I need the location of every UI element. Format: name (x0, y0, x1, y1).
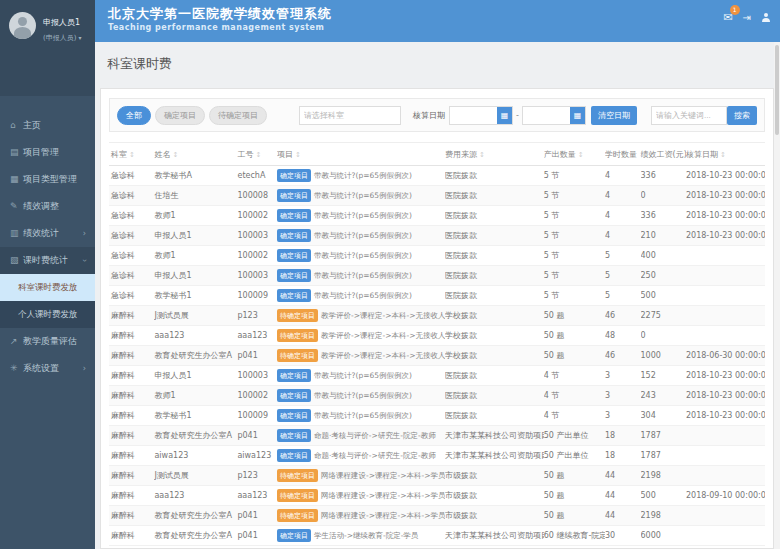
date-end-input[interactable]: ▦ (522, 106, 586, 125)
cell-source: 学校拨款 (445, 330, 544, 341)
cell-name: aaa123 (154, 491, 237, 500)
cell-source: 医院拨款 (445, 190, 544, 201)
sidebar-item-performance-adjust[interactable]: ✎绩效调整 (0, 193, 95, 220)
column-header[interactable]: 绩效工资(元)↕ (641, 149, 686, 160)
chevron-down-icon: › (71, 259, 98, 262)
scrollbar-thumb[interactable] (775, 45, 779, 135)
cell-project: 待确定项目教学评价->课程定->本科->无接收人 (277, 349, 445, 362)
filter-all-button[interactable]: 全部 (117, 106, 151, 125)
main-content: 科室课时费 全部 确定项目 待确定项目 核算日期 ▦ - ▦ 清空日期 搜索 科… (95, 42, 780, 549)
scrollbar[interactable] (774, 42, 780, 549)
logout-icon[interactable]: ⇥ (743, 12, 751, 23)
cell-id: p041 (237, 511, 277, 520)
cell-source: 医院拨款 (445, 290, 544, 301)
column-header[interactable]: 产出数量↕ (544, 149, 605, 160)
edit-icon: ✎ (10, 193, 23, 220)
cell-salary: 500 (641, 491, 686, 500)
file-icon: ▤ (10, 139, 23, 166)
app-title: 北京大学第一医院教学绩效管理系统 (95, 0, 780, 23)
cell-source: 医院拨款 (445, 170, 544, 181)
column-header[interactable]: 工号↕ (237, 149, 277, 160)
message-icon[interactable]: ✉1 (723, 11, 732, 24)
cell-output: 50 题 (544, 330, 605, 341)
calendar-icon[interactable]: ▦ (497, 107, 512, 124)
table-row: 急诊科申报人员1100003确定项目带教与统计?(p=65例假例次)医院拨款5 … (109, 226, 765, 246)
sidebar-item-system-settings[interactable]: ✳系统设置› (0, 355, 95, 382)
sidebar-item-label: 绩效统计 (23, 228, 59, 238)
keyword-input[interactable] (651, 106, 727, 125)
sidebar-item-home[interactable]: ⌂主页 (0, 112, 95, 139)
project-label: 带教与统计?(p=65例假例次) (314, 231, 412, 240)
status-badge: 确定项目 (277, 249, 311, 262)
date-range-label: 核算日期 (413, 110, 445, 121)
cell-source: 医院拨款 (445, 390, 544, 401)
cell-dept: 麻醉科 (109, 490, 154, 501)
column-header[interactable]: 科室↕ (109, 149, 154, 160)
filter-pending-button[interactable]: 待确定项目 (209, 106, 267, 125)
column-header[interactable]: 学时数量↕ (605, 149, 641, 160)
cell-hours: 18 (605, 451, 641, 460)
cell-salary: 2275 (641, 311, 686, 320)
sidebar-item-project-type-management[interactable]: ▦项目类型管理 (0, 166, 95, 193)
cell-salary: 500 (641, 291, 686, 300)
sidebar-item-project-management[interactable]: ▤项目管理 (0, 139, 95, 166)
column-header[interactable]: 费用来源↕ (445, 149, 544, 160)
cell-source: 市级拨款 (445, 470, 544, 481)
table-row: 麻醉科申报人员1100003确定项目带教与统计?(p=65例假例次)医院拨款4 … (109, 366, 765, 386)
sidebar-item-personal-course-fee[interactable]: 个人课时费发放 (0, 301, 95, 328)
calendar-icon[interactable]: ▦ (570, 107, 585, 124)
chevron-down-icon: ▾ (78, 34, 81, 41)
notification-badge: 1 (730, 5, 740, 15)
cell-date: 2018-10-23 00:00:00 (686, 211, 765, 220)
cell-id: 100002 (237, 391, 277, 400)
sidebar-item-course-fee-stats[interactable]: ▧课时费统计› (0, 247, 95, 274)
cell-name: 教师1 (154, 250, 237, 261)
status-badge: 确定项目 (277, 229, 311, 242)
column-header[interactable]: 项目↕ (277, 149, 445, 160)
cell-salary: 210 (641, 231, 686, 240)
cell-source: 医院拨款 (445, 230, 544, 241)
department-select[interactable] (299, 106, 401, 125)
user-role-dropdown[interactable]: (申报人员)▾ (43, 33, 89, 43)
column-header[interactable]: 核算日期↕ (686, 149, 765, 160)
cell-id: p041 (237, 351, 277, 360)
cell-id: p123 (237, 471, 277, 480)
project-label: 带教与统计?(p=65例假例次) (314, 271, 412, 280)
sidebar-item-label: 课时费统计 (23, 255, 68, 265)
cell-hours: 4 (605, 171, 641, 180)
column-header-label: 姓名 (154, 150, 170, 159)
cell-salary: 2198 (641, 471, 686, 480)
cell-dept: 麻醉科 (109, 450, 154, 461)
fee-icon: ▧ (10, 247, 23, 274)
cell-hours: 44 (605, 491, 641, 500)
cell-id: p041 (237, 531, 277, 540)
sidebar-item-performance-stats[interactable]: ▥绩效统计› (0, 220, 95, 247)
home-icon: ⌂ (10, 112, 23, 139)
user-icon[interactable] (761, 13, 770, 22)
clear-date-button[interactable]: 清空日期 (591, 106, 637, 125)
search-button[interactable]: 搜索 (727, 106, 757, 125)
cell-date: 2018-06-30 00:00:00 (686, 351, 765, 360)
status-badge: 确定项目 (277, 289, 311, 302)
date-start-input[interactable]: ▦ (449, 106, 513, 125)
project-label: 带教与统计?(p=65例假例次) (314, 391, 412, 400)
column-header[interactable]: 姓名↕ (154, 149, 237, 160)
filter-confirmed-button[interactable]: 确定项目 (155, 106, 205, 125)
cell-name: 教师1 (154, 210, 237, 221)
status-badge: 确定项目 (277, 189, 311, 202)
cell-hours: 30 (605, 531, 641, 540)
cell-hours: 3 (605, 371, 641, 380)
cell-name: 申报人员1 (154, 270, 237, 281)
sidebar-item-teaching-quality-eval[interactable]: ↗教学质量评估 (0, 328, 95, 355)
project-label: 命题·考核与评价->研究生-院定-教师 (314, 431, 436, 440)
page-title: 科室课时费 (95, 42, 780, 73)
sidebar-item-dept-course-fee[interactable]: 科室课时费发放 (0, 274, 95, 301)
cell-dept: 急诊科 (109, 270, 154, 281)
header-icons: ✉1 ⇥ (723, 11, 770, 24)
column-header-label: 费用来源 (445, 150, 477, 159)
status-badge: 确定项目 (277, 409, 311, 422)
table-row: 急诊科教学秘书1100009确定项目带教与统计?(p=65例假例次)医院拨款5 … (109, 286, 765, 306)
sort-icon: ↕ (129, 151, 135, 159)
cell-output: 50 题 (544, 350, 605, 361)
cell-id: etechA (237, 171, 277, 180)
